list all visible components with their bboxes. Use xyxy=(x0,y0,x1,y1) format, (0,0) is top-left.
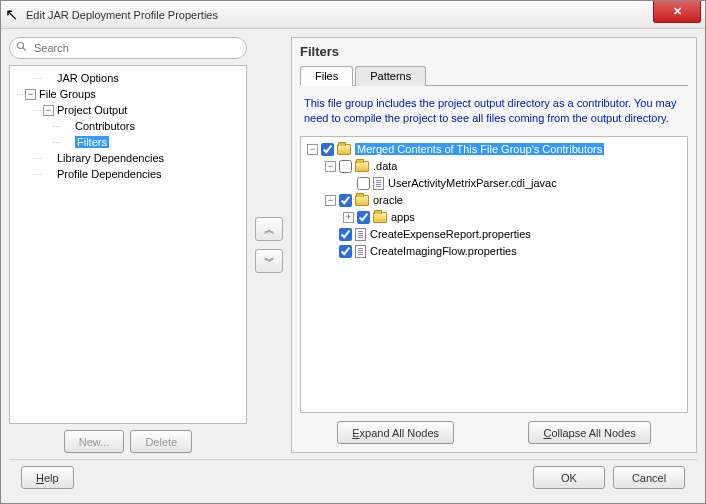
include-checkbox[interactable] xyxy=(339,160,352,173)
dialog-window: ↖ Edit JAR Deployment Profile Properties… xyxy=(0,0,706,504)
nav-item[interactable]: ⋯Profile Dependencies xyxy=(12,166,244,182)
nav-item-label: Filters xyxy=(75,136,109,148)
nav-item-label: File Groups xyxy=(39,88,96,100)
file-tree-row[interactable]: CreateExpenseReport.properties xyxy=(305,226,683,243)
file-tree-row[interactable]: CreateImagingFlow.properties xyxy=(305,243,683,260)
svg-line-1 xyxy=(23,48,26,51)
nav-item[interactable]: ⋯−File Groups xyxy=(12,86,244,102)
nav-item-label: Contributors xyxy=(75,120,135,132)
dialog-footer: Help OK Cancel xyxy=(9,459,697,495)
expand-icon[interactable]: + xyxy=(343,212,354,223)
include-checkbox[interactable] xyxy=(357,177,370,190)
file-tree-row[interactable]: −oracle xyxy=(305,192,683,209)
collapse-icon[interactable]: − xyxy=(307,144,318,155)
file-tree-label: CreateExpenseReport.properties xyxy=(370,228,531,240)
file-tree-label: UserActivityMetrixParser.cdi_javac xyxy=(388,177,557,189)
file-tree-label: oracle xyxy=(373,194,403,206)
move-up-button[interactable]: ︽ xyxy=(255,217,283,241)
left-buttons: New... Delete xyxy=(9,430,247,453)
include-checkbox[interactable] xyxy=(339,245,352,258)
include-checkbox[interactable] xyxy=(339,228,352,241)
collapse-icon[interactable]: − xyxy=(325,195,336,206)
nav-item[interactable]: ⋯Library Dependencies xyxy=(12,150,244,166)
folder-icon xyxy=(337,144,351,155)
file-icon xyxy=(373,177,384,190)
nav-item[interactable]: ⋯−Project Output xyxy=(12,102,244,118)
file-tree-label: CreateImagingFlow.properties xyxy=(370,245,517,257)
tabs: Files Patterns xyxy=(300,65,688,86)
svg-point-0 xyxy=(18,43,24,49)
include-checkbox[interactable] xyxy=(357,211,370,224)
tab-files[interactable]: Files xyxy=(300,66,353,86)
expand-all-button[interactable]: Expand All Nodes xyxy=(337,421,454,444)
nav-item-label: JAR Options xyxy=(57,72,119,84)
folder-icon xyxy=(355,161,369,172)
filters-heading: Filters xyxy=(300,44,688,59)
file-tree-row[interactable]: −.data xyxy=(305,158,683,175)
reorder-buttons: ︽ ︾ xyxy=(255,37,283,453)
collapse-icon[interactable]: − xyxy=(43,105,54,116)
tab-patterns[interactable]: Patterns xyxy=(355,66,426,86)
nav-item-label: Library Dependencies xyxy=(57,152,164,164)
file-tree-row[interactable]: +apps xyxy=(305,209,683,226)
collapse-all-button[interactable]: Collapse All Nodes xyxy=(528,421,650,444)
folder-icon xyxy=(373,212,387,223)
file-tree-row[interactable]: −Merged Contents of This File Group's Co… xyxy=(305,141,683,158)
file-tree-label: apps xyxy=(391,211,415,223)
include-checkbox[interactable] xyxy=(321,143,334,156)
dialog-body: ⋯JAR Options⋯−File Groups⋯−Project Outpu… xyxy=(1,29,705,503)
titlebar[interactable]: ↖ Edit JAR Deployment Profile Properties… xyxy=(1,1,705,29)
file-tree[interactable]: −Merged Contents of This File Group's Co… xyxy=(300,136,688,413)
nav-tree[interactable]: ⋯JAR Options⋯−File Groups⋯−Project Outpu… xyxy=(9,65,247,424)
new-button[interactable]: New... xyxy=(64,430,125,453)
window-title: Edit JAR Deployment Profile Properties xyxy=(26,9,218,21)
right-panel: Filters Files Patterns This file group i… xyxy=(291,37,697,453)
search-input[interactable] xyxy=(9,37,247,59)
file-icon xyxy=(355,228,366,241)
info-text: This file group includes the project out… xyxy=(304,96,684,126)
help-button[interactable]: Help xyxy=(21,466,74,489)
file-tree-label: Merged Contents of This File Group's Con… xyxy=(355,143,604,155)
nav-item-label: Project Output xyxy=(57,104,127,116)
ok-button[interactable]: OK xyxy=(533,466,605,489)
search-icon xyxy=(16,41,28,53)
include-checkbox[interactable] xyxy=(339,194,352,207)
cancel-button[interactable]: Cancel xyxy=(613,466,685,489)
tree-buttons: Expand All Nodes Collapse All Nodes xyxy=(300,421,688,444)
delete-button[interactable]: Delete xyxy=(130,430,192,453)
nav-item[interactable]: ⋯Filters xyxy=(12,134,244,150)
cursor-icon: ↖ xyxy=(5,5,18,24)
file-tree-label: .data xyxy=(373,160,397,172)
move-down-button[interactable]: ︾ xyxy=(255,249,283,273)
nav-item-label: Profile Dependencies xyxy=(57,168,162,180)
file-tree-row[interactable]: UserActivityMetrixParser.cdi_javac xyxy=(305,175,683,192)
nav-item[interactable]: ⋯JAR Options xyxy=(12,70,244,86)
file-icon xyxy=(355,245,366,258)
close-button[interactable]: ✕ xyxy=(653,1,701,23)
nav-item[interactable]: ⋯Contributors xyxy=(12,118,244,134)
left-column: ⋯JAR Options⋯−File Groups⋯−Project Outpu… xyxy=(9,37,247,453)
search-wrap xyxy=(9,37,247,59)
folder-icon xyxy=(355,195,369,206)
collapse-icon[interactable]: − xyxy=(325,161,336,172)
collapse-icon[interactable]: − xyxy=(25,89,36,100)
main-area: ⋯JAR Options⋯−File Groups⋯−Project Outpu… xyxy=(9,37,697,453)
